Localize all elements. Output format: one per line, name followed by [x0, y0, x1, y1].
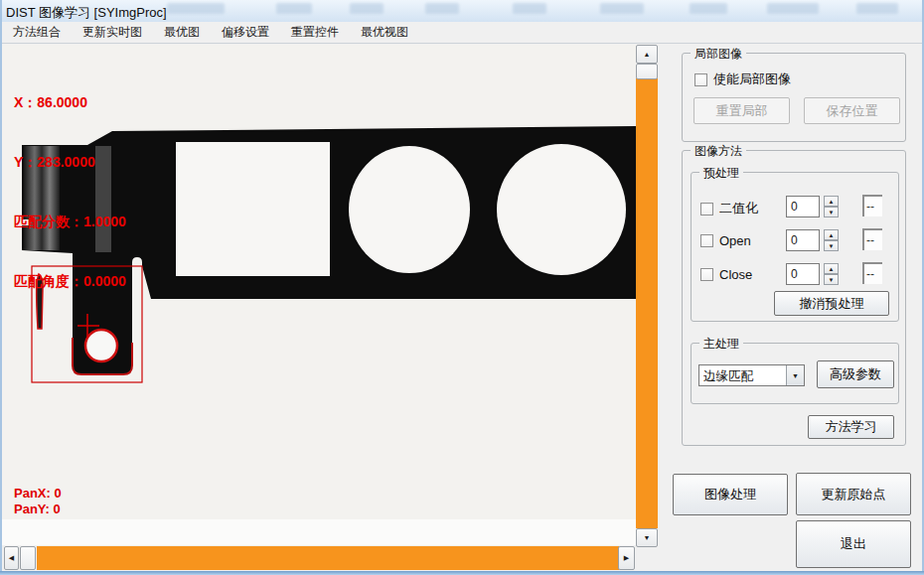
- binarize-spinner: ▲ ▼: [824, 196, 839, 217]
- spin-up-button[interactable]: ▲: [824, 263, 839, 274]
- open-spinner: ▲ ▼: [824, 229, 839, 251]
- open-checkbox[interactable]: [700, 234, 713, 247]
- spin-down-icon: ▼: [829, 277, 835, 283]
- undo-preprocess-button[interactable]: 撤消预处理: [774, 291, 889, 316]
- spin-down-button[interactable]: ▼: [824, 274, 839, 285]
- readout-x: X：86.0000: [14, 92, 126, 112]
- enable-local-image-row: 使能局部图像: [694, 71, 791, 88]
- close-aux-value: --: [862, 262, 882, 284]
- open-row: Open: [700, 233, 751, 248]
- image-process-button[interactable]: 图像处理: [673, 474, 788, 515]
- horizontal-scrollbar: ◀ ▶: [2, 545, 636, 571]
- redacted-blob: [425, 3, 459, 14]
- open-label: Open: [719, 233, 751, 248]
- scroll-up-button[interactable]: ▲: [636, 45, 658, 64]
- spin-up-icon: ▲: [829, 199, 835, 205]
- vertical-scrollbar: ▲ ▼: [636, 45, 658, 547]
- spin-up-button[interactable]: ▲: [824, 196, 839, 207]
- menu-best-image[interactable]: 最优图: [153, 22, 211, 43]
- enable-local-image-checkbox[interactable]: [694, 73, 707, 86]
- pan-readout: PanX: 0 PanY: 0: [14, 486, 62, 517]
- close-row: Close: [700, 267, 752, 282]
- redacted-blob: [167, 3, 225, 14]
- menu-update-live[interactable]: 更新实时图: [72, 22, 153, 43]
- binarize-row: 二值化: [700, 200, 758, 217]
- redacted-blob: [600, 3, 644, 14]
- menu-reset-controls[interactable]: 重置控件: [280, 22, 350, 43]
- local-image-group: 局部图像 使能局部图像 重置局部 保存位置: [682, 53, 906, 142]
- preprocess-group-title: 预处理: [699, 165, 743, 182]
- pan-x: PanX: 0: [14, 486, 62, 502]
- binarize-checkbox[interactable]: [700, 203, 713, 216]
- left-arrow-icon: ◀: [9, 554, 14, 562]
- advanced-params-button[interactable]: 高级参数: [817, 360, 894, 388]
- redacted-blob: [350, 3, 384, 14]
- spin-up-icon: ▲: [829, 266, 835, 272]
- vertical-scroll-track[interactable]: [636, 78, 658, 528]
- readout-angle: 匹配角度：0.0000: [14, 271, 126, 291]
- spin-down-icon: ▼: [829, 243, 835, 249]
- exit-button[interactable]: 退出: [796, 520, 911, 568]
- readout-y: Y：283.0000: [14, 152, 126, 172]
- scroll-left-button[interactable]: ◀: [4, 546, 19, 570]
- image-canvas[interactable]: X：86.0000 Y：283.0000 匹配分数：1.0000 匹配角度：0.…: [2, 45, 636, 545]
- right-arrow-icon: ▶: [624, 554, 629, 562]
- binarize-label: 二值化: [719, 200, 758, 217]
- redacted-blob: [690, 3, 727, 14]
- title-bar: DIST 图像学习 [SYImgProc]: [0, 0, 924, 22]
- spin-up-icon: ▲: [829, 232, 835, 238]
- horizontal-scroll-thumb[interactable]: [20, 546, 36, 570]
- combo-dropdown-button[interactable]: ▼: [786, 365, 804, 385]
- spin-down-icon: ▼: [829, 210, 835, 216]
- menu-best-view[interactable]: 最优视图: [350, 22, 419, 43]
- menu-method-combo[interactable]: 方法组合: [2, 22, 72, 43]
- spin-down-button[interactable]: ▼: [824, 207, 839, 217]
- window-border-left: [0, 0, 2, 575]
- close-label: Close: [719, 267, 752, 282]
- image-method-group: 图像方法 预处理 二值化 0 ▲ ▼ -- Open 0 ▲ ▼: [682, 150, 906, 446]
- match-method-value: 边缘匹配: [699, 365, 786, 385]
- pan-y: PanY: 0: [14, 502, 62, 517]
- match-method-combobox[interactable]: 边缘匹配 ▼: [698, 364, 805, 386]
- menu-offset-setting[interactable]: 偏移设置: [211, 22, 280, 43]
- redacted-blob: [767, 3, 819, 14]
- redacted-blob: [513, 3, 546, 14]
- scroll-right-button[interactable]: ▶: [618, 546, 635, 570]
- redacted-blob: [276, 3, 312, 14]
- open-aux-value: --: [862, 228, 882, 250]
- chevron-down-icon: ▼: [792, 372, 799, 379]
- close-value-input[interactable]: 0: [786, 263, 820, 285]
- horizontal-scroll-track[interactable]: [37, 546, 619, 570]
- preprocess-group: 预处理 二值化 0 ▲ ▼ -- Open 0 ▲ ▼ --: [691, 172, 899, 322]
- scroll-down-button[interactable]: ▼: [636, 528, 658, 547]
- image-method-group-title: 图像方法: [691, 143, 746, 160]
- window-title: DIST 图像学习 [SYImgProc]: [6, 4, 167, 22]
- local-image-group-title: 局部图像: [691, 46, 746, 63]
- match-readout: X：86.0000 Y：283.0000 匹配分数：1.0000 匹配角度：0.…: [14, 53, 126, 331]
- open-value-input[interactable]: 0: [786, 229, 820, 251]
- app-window: DIST 图像学习 [SYImgProc] 方法组合 更新实时图 最优图 偏移设…: [0, 0, 924, 575]
- binarize-aux-value: --: [862, 195, 882, 216]
- update-origin-button[interactable]: 更新原始点: [796, 473, 911, 515]
- window-border-bottom: [0, 571, 924, 575]
- edge-match-circle: [85, 330, 117, 361]
- spin-down-button[interactable]: ▼: [824, 240, 839, 251]
- readout-score: 匹配分数：1.0000: [14, 212, 126, 231]
- save-position-button[interactable]: 保存位置: [804, 97, 900, 124]
- down-arrow-icon: ▼: [644, 534, 651, 541]
- reset-local-button[interactable]: 重置局部: [693, 97, 790, 124]
- binarize-value-input[interactable]: 0: [786, 196, 820, 217]
- vertical-scroll-thumb[interactable]: [636, 64, 658, 79]
- main-process-group-title: 主处理: [699, 336, 743, 353]
- main-process-group: 主处理 边缘匹配 ▼ 高级参数: [691, 343, 899, 404]
- close-checkbox[interactable]: [700, 268, 713, 281]
- up-arrow-icon: ▲: [644, 51, 651, 58]
- spin-up-button[interactable]: ▲: [824, 229, 839, 240]
- menu-bar: 方法组合 更新实时图 最优图 偏移设置 重置控件 最优视图: [2, 22, 922, 44]
- redacted-blob: [856, 3, 898, 14]
- close-spinner: ▲ ▼: [824, 263, 839, 285]
- method-learn-button[interactable]: 方法学习: [808, 415, 894, 439]
- enable-local-image-label: 使能局部图像: [713, 71, 791, 88]
